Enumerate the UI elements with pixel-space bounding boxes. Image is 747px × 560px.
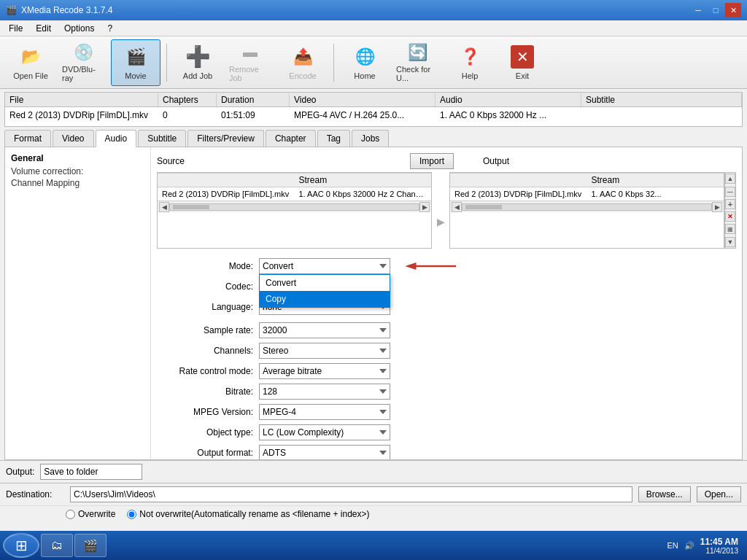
remove-job-button[interactable]: ▬ Remove Job	[225, 39, 275, 86]
menu-edit[interactable]: Edit	[30, 22, 57, 35]
output-col-stream: Stream	[587, 174, 724, 187]
channels-label: Channels:	[157, 346, 259, 356]
home-icon: 🌐	[353, 45, 376, 69]
menu-options[interactable]: Options	[58, 22, 100, 35]
destination-input[interactable]: C:\Users\Jim\Videos\	[70, 486, 632, 502]
output-scroll-track[interactable]	[462, 203, 712, 211]
right-vert-scrollbar[interactable]: ▲ ─ + ✕ ▦ ▼	[724, 172, 736, 249]
source-data-row: Red 2 (2013) DVDRip [FilmDL].mkv 1. AAC …	[158, 187, 431, 201]
bitrate-control[interactable]: 128	[259, 384, 390, 400]
menu-file[interactable]: File	[3, 22, 28, 35]
encode-label: Encode	[289, 71, 316, 80]
home-button[interactable]: 🌐 Home	[340, 39, 390, 86]
app-icon: 🎬	[6, 5, 17, 15]
red-arrow-annotation	[405, 257, 463, 275]
mode-dropdown[interactable]: Convert Copy	[259, 274, 390, 308]
mode-control[interactable]: ConvertCopy Convert Copy	[259, 258, 390, 274]
tab-filters-preview[interactable]: Filters/Preview	[187, 130, 264, 147]
sample-rate-select[interactable]: 32000	[259, 322, 390, 338]
mpeg-version-label: MPEG Version:	[157, 407, 259, 417]
header-subtitle: Subtitle	[581, 93, 742, 106]
file-list-row[interactable]: Red 2 (2013) DVDRip [FilmDL].mkv 0 01:51…	[5, 107, 742, 123]
mode-option-convert[interactable]: Convert	[260, 275, 390, 291]
open-button[interactable]: Open...	[697, 486, 741, 502]
channels-select[interactable]: Stereo	[259, 343, 390, 359]
tab-jobs[interactable]: Jobs	[352, 130, 389, 147]
mode-option-copy[interactable]: Copy	[260, 291, 390, 307]
tab-audio[interactable]: Audio	[96, 130, 137, 147]
vert-scroll-up[interactable]: ▲	[725, 174, 735, 184]
source-scrollbar[interactable]: ◀ ▶	[158, 201, 431, 212]
overwrite-radio-group: Overwrite	[66, 509, 115, 519]
dvd-bluray-button[interactable]: 💿 DVD/Blu-ray	[58, 39, 108, 86]
sample-rate-control[interactable]: 32000	[259, 322, 390, 338]
object-type-select[interactable]: LC (Low Complexity)	[259, 424, 390, 440]
object-type-control[interactable]: LC (Low Complexity)	[259, 424, 390, 440]
output-col-header: Stream	[450, 173, 724, 187]
general-title: General	[11, 153, 144, 163]
tab-format[interactable]: Format	[4, 130, 51, 147]
menu-help-q[interactable]: ?	[101, 22, 118, 35]
file-cell-audio: 1. AAC 0 Kbps 32000 Hz ...	[436, 109, 581, 122]
tabs-bar: Format Video Audio Subtitle Filters/Prev…	[4, 130, 743, 147]
help-button[interactable]: ❓ Help	[445, 39, 495, 86]
tab-tag[interactable]: Tag	[317, 130, 350, 147]
vert-scroll-grid[interactable]: ▦	[725, 224, 735, 234]
overwrite-radio[interactable]	[66, 510, 75, 519]
check-update-button[interactable]: 🔄 Check for U...	[392, 39, 442, 86]
source-scroll-right[interactable]: ▶	[419, 202, 430, 212]
bitrate-select[interactable]: 128	[259, 384, 390, 400]
language-label: Language:	[157, 302, 259, 312]
import-button[interactable]: Import	[410, 153, 454, 169]
vert-scroll-down[interactable]: ▼	[725, 237, 735, 247]
channels-control[interactable]: Stereo	[259, 343, 390, 359]
overwrite-row: Overwrite Not overwrite(Automatically re…	[0, 505, 747, 522]
close-button[interactable]: ✕	[725, 3, 741, 18]
maximize-button[interactable]: □	[708, 3, 724, 18]
tab-subtitle[interactable]: Subtitle	[138, 130, 186, 147]
help-icon: ❓	[458, 45, 481, 69]
tab-video[interactable]: Video	[53, 130, 93, 147]
output-scroll-right[interactable]: ▶	[712, 202, 722, 212]
source-scroll-thumb	[173, 205, 209, 209]
add-job-button[interactable]: ➕ Add Job	[173, 39, 222, 86]
main-content: General Volume correction: Channel Mappi…	[4, 147, 743, 460]
exit-button[interactable]: ✕ Exit	[498, 39, 547, 86]
output-format-control[interactable]: ADTS	[259, 445, 390, 459]
output-format-label: Output format:	[157, 448, 259, 458]
output-panel: Stream Red 2 (2013) DVDRip [FilmDL].mkv …	[449, 172, 724, 249]
vert-scroll-x[interactable]: ✕	[725, 211, 735, 222]
transfer-arrow[interactable]: ▶	[432, 172, 449, 249]
not-overwrite-radio[interactable]	[127, 510, 136, 519]
output-scroll-left[interactable]: ◀	[452, 202, 462, 212]
encode-button[interactable]: 📤 Encode	[278, 39, 328, 86]
file-cell-chapters: 0	[158, 109, 217, 122]
output-col-file	[450, 174, 587, 187]
file-list-area: File Chapters Duration Video Audio Subti…	[4, 92, 743, 127]
mpeg-version-control[interactable]: MPEG-4	[259, 404, 390, 420]
rate-control-control[interactable]: Average bitrate	[259, 363, 390, 379]
source-scroll-left[interactable]: ◀	[159, 202, 169, 212]
open-file-button[interactable]: 📂 Open File	[6, 39, 55, 86]
remove-job-label: Remove Job	[229, 65, 271, 82]
mode-label: Mode:	[157, 261, 259, 271]
audio-right-area: Source Import Output Stream Red 2 (2013)…	[151, 147, 742, 459]
vert-scroll-plus[interactable]: +	[725, 199, 735, 209]
rate-control-select[interactable]: Average bitrate	[259, 363, 390, 379]
movie-button[interactable]: 🎬 Movie	[111, 39, 160, 86]
browse-button[interactable]: Browse...	[638, 486, 691, 502]
mpeg-version-select[interactable]: MPEG-4	[259, 404, 390, 420]
tab-chapter[interactable]: Chapter	[266, 130, 316, 147]
not-overwrite-label: Not overwrite(Automatically rename as <f…	[139, 509, 369, 519]
mode-row: Mode: ConvertCopy Convert Copy	[157, 257, 736, 275]
sample-rate-row: Sample rate: 32000	[157, 322, 736, 339]
source-scroll-track[interactable]	[169, 203, 419, 211]
vert-scroll-minus[interactable]: ─	[725, 187, 735, 197]
output-format-select[interactable]: ADTS	[259, 445, 390, 459]
minimize-button[interactable]: ─	[690, 3, 706, 18]
toolbar-separator-2	[333, 44, 334, 82]
rate-control-row: Rate control mode: Average bitrate	[157, 362, 736, 380]
output-scrollbar[interactable]: ◀ ▶	[450, 201, 724, 212]
mode-select[interactable]: ConvertCopy	[259, 258, 390, 274]
output-select[interactable]: Save to folder	[40, 464, 142, 480]
